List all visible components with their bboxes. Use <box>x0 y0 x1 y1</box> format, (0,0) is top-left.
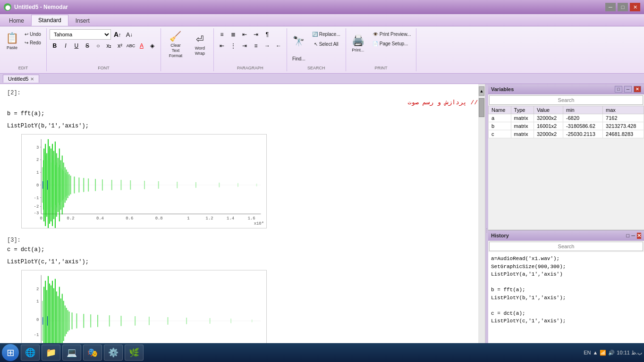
taskbar-explorer[interactable]: 📁 <box>42 345 60 361</box>
history-entry[interactable] <box>491 302 641 310</box>
taskbar-settings[interactable]: ⚙️ <box>104 345 123 361</box>
history-entry[interactable]: SetGraphicSize(900,300); <box>491 263 641 271</box>
binoculars-icon-btn[interactable]: 🔭 <box>290 29 307 53</box>
cell-2-comment: // پردازش و رسم صوت <box>7 98 478 108</box>
font-group-label: FONT <box>98 66 110 71</box>
history-restore-button[interactable]: □ <box>627 233 630 239</box>
system-tray: EN ▲ 📶 🔊 10:11 ب.ظ <box>584 350 642 356</box>
minimize-button[interactable]: ─ <box>605 3 616 11</box>
replace-button[interactable]: 🔄 Replace... <box>310 30 343 38</box>
taskbar-computer[interactable]: 💻 <box>62 345 81 361</box>
underline-button[interactable]: U <box>71 41 82 51</box>
tab-insert[interactable]: Insert <box>68 15 97 26</box>
superscript-button[interactable]: x² <box>115 41 125 51</box>
doc-tab-untitled5[interactable]: Untitled5 ✕ <box>3 75 39 83</box>
history-close-button[interactable]: ✕ <box>637 233 641 239</box>
vertical-scrollbar[interactable]: ▲ ▼ <box>478 84 485 362</box>
arrow-right-button[interactable]: → <box>262 41 272 51</box>
binoculars-icon: 🔭 <box>293 35 305 47</box>
find-button[interactable]: Find... <box>290 55 308 63</box>
svg-rect-49 <box>74 177 75 194</box>
history-entry[interactable]: ListPlotY(c,'1','axis'); <box>491 317 641 325</box>
editor-scroll[interactable]: [2]: // پردازش و رسم صوت b = fft(a); Lis… <box>0 84 485 362</box>
history-panel-header: History □ ─ ✕ <box>488 230 644 241</box>
svg-rect-126 <box>83 314 84 328</box>
history-entry[interactable]: b = fft(a); <box>491 286 641 294</box>
paste-button[interactable]: 📋 Paste <box>3 29 21 53</box>
print-button[interactable]: 🖨️ Print... <box>349 29 367 58</box>
history-entry[interactable]: ListPlotY(b,'1','axis'); <box>491 294 641 302</box>
document-tabs: Untitled5 ✕ <box>0 74 644 84</box>
scroll-thumb[interactable] <box>479 98 484 117</box>
svg-rect-69 <box>48 151 49 219</box>
cursor-icon: ↖ <box>314 42 318 47</box>
svg-rect-68 <box>47 160 47 210</box>
variables-pin-button[interactable]: ─ <box>624 86 632 93</box>
plot-1-container: 3 2 1 0 -1 -2 -3 ×10⁵ 0 <box>21 134 267 228</box>
print-preview-button[interactable]: 👁️ Print Preview... <box>370 30 414 38</box>
svg-text:-3: -3 <box>34 211 39 216</box>
doc-tab-label: Untitled5 <box>8 76 28 82</box>
variables-close-button[interactable]: ✕ <box>634 86 641 93</box>
svg-rect-121 <box>66 308 67 334</box>
clear-text-format-button[interactable]: 🧹 Clear Text Format <box>164 29 187 60</box>
indent-decrease-button[interactable]: ⇤ <box>239 29 250 40</box>
variables-restore-button[interactable]: □ <box>615 86 622 93</box>
bold-button[interactable]: B <box>50 41 60 51</box>
svg-rect-125 <box>76 313 77 328</box>
svg-rect-118 <box>62 294 63 348</box>
svg-rect-80 <box>64 171 64 199</box>
history-entry[interactable] <box>491 278 641 286</box>
circle-button[interactable]: ○ <box>93 41 103 51</box>
align-center-button[interactable]: ⋮ <box>228 41 238 51</box>
redo-button[interactable]: ↪ Redo <box>22 39 43 47</box>
abc-button[interactable]: ABC <box>126 41 136 51</box>
history-search-input[interactable] <box>489 242 643 251</box>
start-button[interactable]: ⊞ <box>2 344 19 361</box>
tray-arrow[interactable]: ▲ <box>593 350 598 355</box>
editor-panel: [2]: // پردازش و رسم صوت b = fft(a); Lis… <box>0 84 485 362</box>
history-entry[interactable]: ListPlotY(a,'1','axis') <box>491 270 641 278</box>
variables-search-input[interactable] <box>489 95 643 105</box>
svg-rect-127 <box>90 314 91 328</box>
highlight-button[interactable]: ◈ <box>147 41 158 51</box>
subscript-button[interactable]: x₂ <box>104 41 114 51</box>
history-entry[interactable]: c = dct(a); <box>491 310 641 318</box>
tab-standard[interactable]: Standard <box>31 15 68 26</box>
undo-button[interactable]: ↩ Undo <box>22 30 43 38</box>
italic-button[interactable]: I <box>60 41 71 51</box>
select-all-button[interactable]: ↖ Select All <box>312 40 341 48</box>
word-wrap-button[interactable]: ⏎ Word Wrap <box>189 29 211 60</box>
svg-rect-83 <box>68 175 68 195</box>
maximize-button[interactable]: □ <box>618 3 628 11</box>
var-cell-type: matrix <box>511 122 534 130</box>
svg-rect-67 <box>45 155 46 214</box>
list-bullet-button[interactable]: ≡ <box>217 29 227 40</box>
list-number-button[interactable]: ≣ <box>228 29 238 40</box>
page-setup-button[interactable]: 📄 Page Setup... <box>370 40 414 48</box>
font-size-down-button[interactable]: A↓ <box>124 29 135 40</box>
history-pin-button[interactable]: ─ <box>631 233 635 239</box>
font-selector[interactable]: Tahoma <box>50 29 111 40</box>
doc-tab-close[interactable]: ✕ <box>30 76 34 82</box>
font-size-up-button[interactable]: A↑ <box>112 29 123 40</box>
history-panel-controls: □ ─ ✕ <box>627 233 641 239</box>
align-left-button[interactable]: ⇤ <box>217 41 227 51</box>
close-button[interactable]: ✕ <box>630 3 640 11</box>
tab-home[interactable]: Home <box>2 15 31 26</box>
print-group-content: 🖨️ Print... 👁️ Print Preview... 📄 Page S… <box>349 28 414 66</box>
taskbar-ie[interactable]: 🌐 <box>21 345 40 361</box>
align-right-button[interactable]: ⇥ <box>239 41 250 51</box>
taskbar-app6[interactable]: 🌿 <box>125 345 144 361</box>
show-formatting-button[interactable]: ¶ <box>262 29 272 40</box>
format-group-content: 🧹 Clear Text Format ⏎ Word Wrap <box>164 28 211 71</box>
scroll-up-arrow[interactable]: ▲ <box>479 86 484 96</box>
history-entry[interactable]: a=AudioRead('x1.wav'); <box>491 255 641 263</box>
arrow-left-button[interactable]: ← <box>273 41 284 51</box>
taskbar-media[interactable]: 🎭 <box>83 345 102 361</box>
svg-rect-120 <box>65 305 66 336</box>
font-color-button[interactable]: A <box>136 41 147 51</box>
indent-increase-button[interactable]: ⇥ <box>251 29 261 40</box>
justify-button[interactable]: ≡ <box>251 41 261 51</box>
strikethrough-button[interactable]: S <box>82 41 93 51</box>
